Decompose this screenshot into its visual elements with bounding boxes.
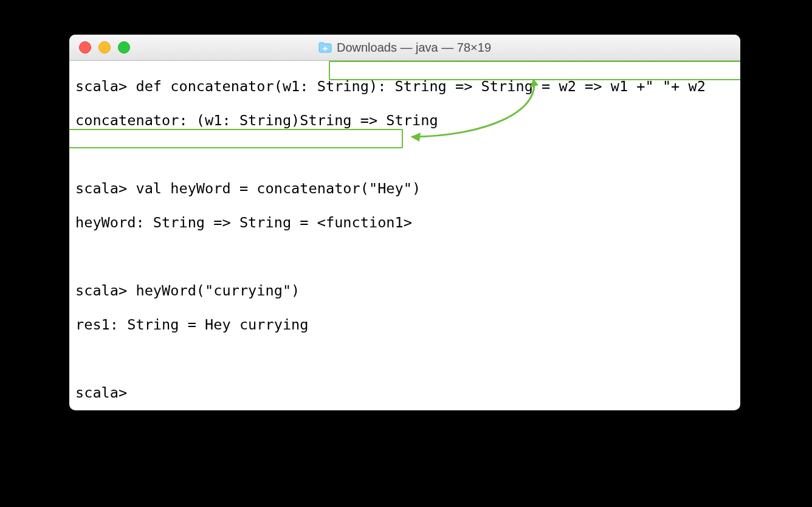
terminal-line <box>75 350 734 367</box>
terminal-line <box>75 248 734 265</box>
window-title-wrap: Downloads — java — 78×19 <box>69 41 740 55</box>
terminal-content[interactable]: scala> def concatenator(w1: String): Str… <box>69 61 740 410</box>
terminal-window: Downloads — java — 78×19 scala> def conc… <box>69 35 740 410</box>
terminal-line: scala> def concatenator(w1: String): Str… <box>75 78 734 95</box>
terminal-line: scala> <box>75 384 734 401</box>
minimize-icon[interactable] <box>98 41 111 53</box>
window-title: Downloads — java — 78×19 <box>337 41 491 55</box>
terminal-line: res1: String = Hey currying <box>75 316 734 333</box>
terminal-line: heyWord: String => String = <function1> <box>75 214 734 231</box>
titlebar: Downloads — java — 78×19 <box>69 35 740 61</box>
traffic-lights <box>79 41 130 53</box>
terminal-line: concatenator: (w1: String)String => Stri… <box>75 112 734 129</box>
terminal-line: scala> heyWord("currying") <box>75 282 734 299</box>
terminal-line <box>75 146 734 163</box>
maximize-icon[interactable] <box>118 41 130 53</box>
close-icon[interactable] <box>79 41 91 53</box>
terminal-line: scala> val heyWord = concatenator("Hey") <box>75 180 734 197</box>
folder-icon <box>318 42 332 53</box>
